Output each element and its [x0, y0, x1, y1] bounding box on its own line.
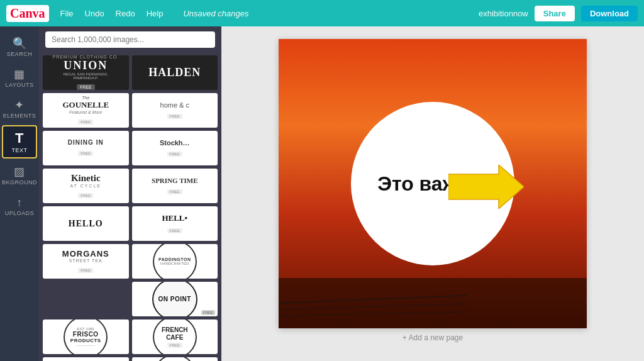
template-halden[interactable]: HALDEN: [132, 55, 218, 90]
unsaved-status: Unsaved changes: [183, 9, 248, 18]
template-morgans[interactable]: MORGANS STREET TEA FREE: [43, 244, 129, 279]
sidebar-layouts-label: LAYOUTS: [6, 82, 34, 88]
layouts-icon: ▦: [14, 69, 25, 80]
template-home[interactable]: home & c FREE: [132, 93, 218, 128]
template-little-things[interactable]: The Little Things arts & crafts FREE: [43, 357, 129, 361]
username-label: exhibitionnow: [479, 9, 528, 18]
text-icon: T: [15, 131, 24, 145]
template-kinetic[interactable]: Kinetic AT CYCLE FREE: [43, 169, 129, 203]
sidebar-search-label: SEARCH: [7, 51, 33, 57]
design-canvas[interactable]: Это важно!: [279, 39, 587, 328]
share-button[interactable]: Share: [535, 6, 575, 21]
sidebar-item-search[interactable]: 🔍 SEARCH: [2, 33, 37, 61]
menu-file[interactable]: File: [60, 9, 74, 18]
template-stockh[interactable]: Stockh… FREE: [132, 131, 218, 165]
template-union[interactable]: PREMIUM CLOTHING CO. UNION REGAL SAN FER…: [43, 55, 129, 90]
sidebar-item-text[interactable]: T TEXT: [2, 125, 37, 158]
template-paddington[interactable]: PADDINGTON HANDCRAFTED: [132, 244, 218, 279]
download-button[interactable]: Download: [581, 6, 638, 21]
canvas-area: Это важно! + Add a new page: [221, 26, 644, 361]
search-icon: 🔍: [13, 38, 27, 49]
sidebar-item-layouts[interactable]: ▦ LAYOUTS: [2, 64, 37, 92]
sidebar-text-label: TEXT: [11, 147, 27, 153]
canvas-silhouette: [279, 278, 587, 328]
template-springtime[interactable]: SPRING TIME FREE: [132, 169, 218, 203]
uploads-icon: ↑: [16, 197, 23, 208]
sidebar-elements-label: ELEMENTS: [3, 113, 36, 119]
elements-icon: ✦: [14, 99, 25, 111]
white-circle-element[interactable]: Это важно!: [351, 102, 514, 265]
template-french-cafe[interactable]: FRENCHCAFE FREE: [132, 319, 218, 354]
templates-panel: PREMIUM CLOTHING CO. UNION REGAL SAN FER…: [39, 26, 221, 361]
menu-help[interactable]: Help: [147, 9, 164, 18]
template-onpoint[interactable]: ON POINT FREE: [132, 282, 218, 316]
sidebar-item-background[interactable]: ▨ BKGROUND: [2, 161, 37, 189]
template-dining[interactable]: DINING IN FREE: [43, 131, 129, 165]
sidebar-background-label: BKGROUND: [2, 179, 37, 186]
circle-text: Это важно!: [377, 172, 488, 196]
menu-undo[interactable]: Undo: [85, 9, 104, 18]
template-hello[interactable]: HELLO: [43, 206, 129, 241]
add-page-button[interactable]: + Add a new page: [402, 333, 463, 342]
sidebar-item-uploads[interactable]: ↑ UPLOADS: [2, 192, 37, 220]
canva-logo: Canva: [6, 5, 49, 22]
menu-bar: File Undo Redo Help Unsaved changes: [60, 9, 249, 18]
background-icon: ▨: [14, 166, 25, 177]
template-frisco[interactable]: EST. 1981 FRISCO PRODUCTS ——————: [43, 319, 129, 354]
template-work[interactable]: W O R K FREE: [132, 357, 218, 361]
menu-redo[interactable]: Redo: [116, 9, 135, 18]
right-actions: exhibitionnow Share Download: [479, 6, 638, 21]
search-bar: [39, 26, 221, 53]
topbar: Canva File Undo Redo Help Unsaved change…: [0, 0, 644, 26]
templates-grid: PREMIUM CLOTHING CO. UNION REGAL SAN FER…: [39, 53, 221, 361]
sidebar-item-elements[interactable]: ✦ ELEMENTS: [2, 94, 37, 123]
main-area: 🔍 SEARCH ▦ LAYOUTS ✦ ELEMENTS T TEXT ▨ B…: [0, 26, 644, 361]
template-gounelle[interactable]: The GOUNELLE Featured & More FREE: [43, 93, 129, 128]
sidebar: 🔍 SEARCH ▦ LAYOUTS ✦ ELEMENTS T TEXT ▨ B…: [0, 26, 39, 361]
search-input[interactable]: [45, 31, 215, 48]
sidebar-uploads-label: UPLOADS: [5, 210, 35, 216]
template-hell[interactable]: HELL• FREE: [132, 206, 218, 241]
